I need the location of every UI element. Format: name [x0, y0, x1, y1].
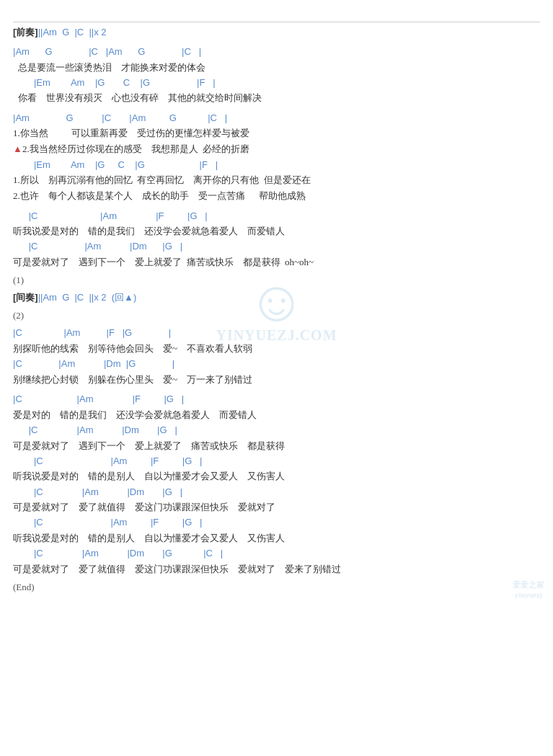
chord-line: |Am G |C |Am G |C |: [13, 111, 540, 126]
lyric-line: 2.也许 每个人都该是某个人 成长的助手 受一点苦痛 帮助他成熟: [13, 188, 540, 204]
chord-line: |Em Am |G C |G |F |: [13, 76, 540, 91]
section-label: [间奏]: [13, 292, 38, 303]
lyric-line: 爱是对的 错的是我们 还没学会爱就急着爱人 而爱错人: [13, 407, 540, 423]
header-divider: [13, 22, 540, 22]
lyric-line: 1.所以 别再沉溺有他的回忆 有空再回忆 离开你的只有他 但是爱还在: [13, 172, 540, 188]
lyric-line: 听我说爱是对的 错的是别人 自以为懂爱才会又爱人 又伤害人: [13, 468, 540, 484]
chord-line: |Am G |C |Am G |C |: [13, 45, 540, 60]
section-verse3: |C |Am |F |G |别探听他的线索 别等待他会回头 爱~ 不喜欢看人软弱…: [13, 326, 540, 388]
chord-line: [间奏]||Am G |C ||x 2 (回▲): [13, 290, 540, 306]
section-marker1: (1): [13, 275, 540, 286]
lyric-line: 可是爱就对了 爱了就值得 爱这门功课跟深但快乐 爱就对了 爱来了别错过: [13, 561, 540, 577]
chord-line: |C |Am |F |G |: [13, 326, 540, 341]
lyric-line: 可是爱就对了 遇到下一个 爱上就爱了 痛苦或快乐 都是获得 oh~oh~: [13, 254, 540, 270]
lyric-line: 听我说爱是对的 错的是别人 自以为懂爱才会又爱人 又伤害人: [13, 530, 540, 546]
section-ending: (End): [13, 582, 540, 593]
section-prelude: [前奏]||Am G |C ||x 2: [13, 25, 540, 40]
section-label: [前奏]: [13, 27, 38, 37]
lyric-line: 别继续把心封锁 别躲在伤心里头 爱~ 万一来了别错过: [13, 372, 540, 388]
paren-label: (End): [13, 582, 540, 593]
section-interlude: [间奏]||Am G |C ||x 2 (回▲): [13, 290, 540, 306]
paren-label: (1): [13, 275, 540, 286]
lyric-line: 可是爱就对了 遇到下一个 爱上就爱了 痛苦或快乐 都是获得: [13, 438, 540, 454]
chord-line: [前奏]||Am G |C ||x 2: [13, 25, 540, 40]
chord-line: |C |Am |F |G |: [13, 392, 540, 407]
chord-line: |Em Am |G C |G |F |: [13, 158, 540, 173]
lyric-line: 你看 世界没有殒灭 心也没有碎 其他的就交给时间解决: [13, 90, 540, 106]
section-verse1: |Am G |C |Am G |C | 总是要流一些滚烫热泪 才能换来对爱的体会…: [13, 45, 540, 107]
sections-container: [前奏]||Am G |C ||x 2|Am G |C |Am G |C | 总…: [13, 25, 540, 593]
section-verse2: |Am G |C |Am G |C |1.你当然 可以重新再爱 受过伤的更懂怎样…: [13, 111, 540, 205]
lyric-line: 可是爱就对了 爱了就值得 爱这门功课跟深但快乐 爱就对了: [13, 499, 540, 515]
chord-line: |C |Am |Dm |G |: [13, 357, 540, 372]
chord-line: |C |Am |F |G |: [13, 515, 540, 530]
section-marker2: (2): [13, 310, 540, 321]
chord-line: |C |Am |F |G |: [13, 209, 540, 224]
header: [13, 7, 540, 16]
paren-label: (2): [13, 310, 540, 321]
lyric-line: 别探听他的线索 别等待他会回头 爱~ 不喜欢看人软弱: [13, 341, 540, 357]
lyric-line: 总是要流一些滚烫热泪 才能换来对爱的体会: [13, 60, 540, 76]
chord-line: |C |Am |Dm |G |: [13, 485, 540, 500]
chord-line: |C |Am |Dm |G |: [13, 423, 540, 438]
lyric-line: ▲2.我当然经历过你现在的感受 我想那是人 必经的折磨: [13, 141, 540, 157]
lyric-line: 1.你当然 可以重新再爱 受过伤的更懂怎样爱与被爱: [13, 125, 540, 141]
chord-line: |C |Am |Dm |G |C |: [13, 546, 540, 561]
section-chorus1: |C |Am |F |G |听我说爱是对的 错的是我们 还没学会爱就急着爱人 而…: [13, 209, 540, 271]
lyric-line: 听我说爱是对的 错的是我们 还没学会爱就急着爱人 而爱错人: [13, 223, 540, 239]
section-chorus2: |C |Am |F |G |爱是对的 错的是我们 还没学会爱就急着爱人 而爱错人…: [13, 392, 540, 577]
chord-line: |C |Am |Dm |G |: [13, 239, 540, 254]
chord-line: |C |Am |F |G |: [13, 454, 540, 469]
page-wrapper: [前奏]||Am G |C ||x 2|Am G |C |Am G |C | 总…: [0, 0, 553, 612]
